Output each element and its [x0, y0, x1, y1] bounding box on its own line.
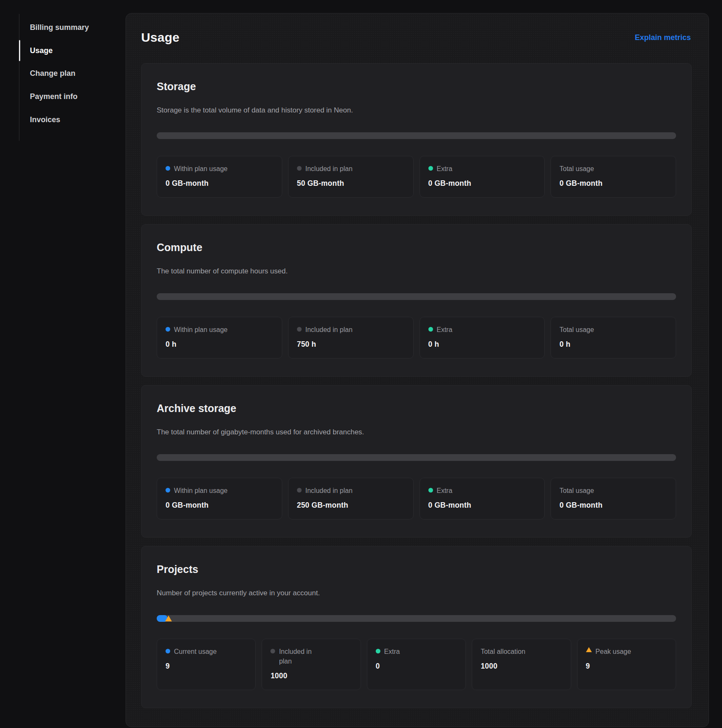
archive-storage-stat-extra: Extra0 GB-month [420, 478, 545, 519]
stat-label-text: Total usage [559, 164, 594, 174]
compute-stats-row: Within plan usage0 hIncluded in plan750 … [157, 317, 676, 359]
archive-storage-description: The total number of gigabyte-months used… [157, 427, 676, 437]
sidebar-item-invoices[interactable]: Invoices [30, 115, 60, 124]
section-compute: ComputeThe total number of compute hours… [141, 224, 692, 377]
stat-value: 9 [586, 662, 667, 671]
stat-label: Within plan usage [166, 164, 273, 174]
peak-triangle-icon [586, 647, 592, 652]
storage-stat-total-usage: Total usage0 GB-month [551, 156, 676, 198]
blue-dot-icon [166, 488, 170, 492]
sidebar-item-change-plan[interactable]: Change plan [30, 69, 75, 78]
compute-usage-bar [157, 293, 676, 300]
stat-value: 50 GB-month [297, 179, 405, 188]
projects-stats-row: Current usage9Included in plan1000Extra0… [157, 639, 676, 690]
section-archive-storage: Archive storageThe total number of gigab… [141, 385, 692, 538]
sidebar-item-usage[interactable]: Usage [30, 46, 53, 55]
compute-stat-included-in-plan: Included in plan750 h [288, 317, 414, 359]
stat-value: 9 [166, 662, 247, 671]
stat-label-text: Total allocation [481, 647, 525, 656]
usage-panel: Usage Explain metrics StorageStorage is … [126, 13, 709, 727]
gray-dot-icon [270, 649, 275, 653]
storage-usage-bar [157, 132, 676, 139]
section-storage: StorageStorage is the total volume of da… [141, 63, 692, 216]
archive-storage-stat-within-plan-usage: Within plan usage0 GB-month [157, 478, 282, 519]
stat-label: Included in plan [270, 647, 352, 666]
stat-label-text: Extra [437, 164, 452, 174]
gray-dot-icon [297, 488, 302, 492]
archive-storage-stats-row: Within plan usage0 GB-monthIncluded in p… [157, 478, 676, 519]
stat-value: 750 h [297, 340, 405, 349]
page-title: Usage [141, 30, 179, 45]
section-projects: ProjectsNumber of projects currently act… [141, 546, 692, 708]
storage-stat-included-in-plan: Included in plan50 GB-month [288, 156, 414, 198]
explain-metrics-link[interactable]: Explain metrics [635, 33, 691, 42]
green-dot-icon [428, 166, 433, 171]
stat-label: Included in plan [297, 325, 405, 335]
stat-value: 0 h [166, 340, 273, 349]
projects-stat-total-allocation: Total allocation1000 [472, 639, 571, 690]
green-dot-icon [376, 649, 380, 653]
stat-label: Peak usage [586, 647, 667, 656]
stat-value: 250 GB-month [297, 501, 405, 510]
stat-value: 1000 [481, 662, 562, 671]
projects-stat-current-usage: Current usage9 [157, 639, 256, 690]
projects-title: Projects [157, 563, 676, 575]
stat-label-text: Included in plan [279, 647, 318, 666]
stat-value: 0 GB-month [559, 179, 667, 188]
stat-value: 0 GB-month [428, 179, 536, 188]
stat-label-text: Extra [384, 647, 400, 656]
projects-stat-included-in-plan: Included in plan1000 [262, 639, 361, 690]
storage-stat-extra: Extra0 GB-month [420, 156, 545, 198]
stat-label-text: Included in plan [305, 486, 353, 495]
stat-label-text: Extra [437, 325, 452, 335]
stat-label: Total allocation [481, 647, 562, 656]
archive-storage-title: Archive storage [157, 402, 676, 415]
stat-label: Total usage [559, 164, 667, 174]
stat-label-text: Peak usage [596, 647, 631, 656]
green-dot-icon [428, 488, 433, 492]
projects-peak-marker-icon [165, 616, 172, 621]
billing-sidebar: Billing summaryUsageChange planPayment i… [19, 14, 126, 141]
stat-label: Extra [428, 164, 536, 174]
green-dot-icon [428, 327, 433, 332]
projects-stat-extra: Extra0 [367, 639, 466, 690]
stat-label-text: Total usage [559, 325, 594, 335]
stat-value: 0 GB-month [428, 501, 536, 510]
storage-description: Storage is the total volume of data and … [157, 105, 676, 115]
archive-storage-stat-included-in-plan: Included in plan250 GB-month [288, 478, 414, 519]
stat-value: 0 h [559, 340, 667, 349]
storage-title: Storage [157, 80, 676, 93]
stat-label: Extra [376, 647, 457, 656]
gray-dot-icon [297, 166, 302, 171]
sidebar-item-billing-summary[interactable]: Billing summary [30, 23, 89, 32]
stat-label: Included in plan [297, 486, 405, 495]
stat-label-text: Included in plan [305, 164, 353, 174]
stat-label-text: Within plan usage [174, 164, 227, 174]
stat-label: Within plan usage [166, 325, 273, 335]
stat-value: 0 GB-month [166, 179, 273, 188]
blue-dot-icon [166, 649, 170, 653]
stat-label-text: Included in plan [305, 325, 353, 335]
stat-label-text: Within plan usage [174, 486, 227, 495]
compute-description: The total number of compute hours used. [157, 266, 676, 276]
usage-sections: StorageStorage is the total volume of da… [141, 63, 692, 708]
blue-dot-icon [166, 327, 170, 332]
stat-label-text: Total usage [559, 486, 594, 495]
projects-stat-peak-usage: Peak usage9 [577, 639, 676, 690]
usage-header: Usage Explain metrics [141, 30, 692, 45]
projects-usage-bar [157, 615, 676, 622]
archive-storage-usage-bar [157, 454, 676, 461]
stat-value: 0 h [428, 340, 536, 349]
stat-value: 0 GB-month [559, 501, 667, 510]
compute-stat-extra: Extra0 h [420, 317, 545, 359]
archive-storage-stat-total-usage: Total usage0 GB-month [551, 478, 676, 519]
stat-label-text: Extra [437, 486, 452, 495]
gray-dot-icon [297, 327, 302, 332]
stat-label: Current usage [166, 647, 247, 656]
stat-label: Total usage [559, 486, 667, 495]
stat-label: Within plan usage [166, 486, 273, 495]
sidebar-item-payment-info[interactable]: Payment info [30, 92, 78, 101]
billing-page: Billing summaryUsageChange planPayment i… [0, 0, 722, 728]
storage-stat-within-plan-usage: Within plan usage0 GB-month [157, 156, 282, 198]
blue-dot-icon [166, 166, 170, 171]
